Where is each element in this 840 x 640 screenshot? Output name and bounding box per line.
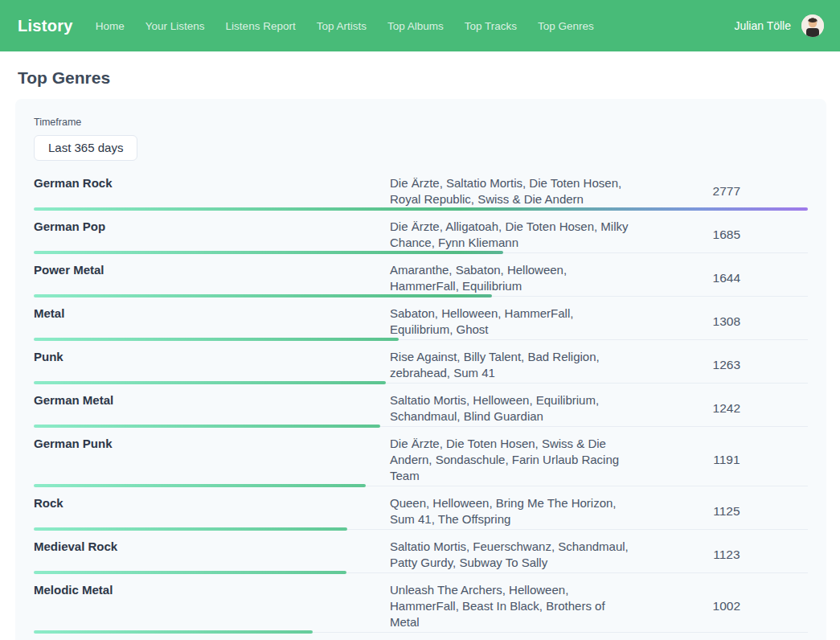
- genre-bar-fill: [34, 527, 347, 531]
- app-logo[interactable]: Listory: [18, 17, 73, 35]
- genre-bar-fill: [34, 338, 399, 341]
- genre-count: 1002: [645, 599, 808, 613]
- genre-name: Power Metal: [34, 262, 390, 278]
- top-genres-card: Timeframe Last 365 days German Rock Die …: [15, 99, 826, 640]
- genre-artists: Die Ärzte, Die Toten Hosen, Swiss & Die …: [390, 436, 645, 484]
- genre-name: Metal: [34, 306, 390, 322]
- main-nav: HomeYour ListensListens ReportTop Artist…: [96, 20, 712, 32]
- genre-row: Medieval Rock Saltatio Mortis, Feuerschw…: [34, 531, 808, 574]
- genre-name: German Pop: [34, 219, 390, 235]
- genre-bar: [34, 381, 808, 384]
- genre-artists: Die Ärzte, Alligatoah, Die Toten Hosen, …: [390, 219, 645, 251]
- genre-row: Metal Sabaton, Helloween, HammerFall, Eq…: [34, 297, 808, 341]
- nav-item-top-albums[interactable]: Top Albums: [387, 20, 444, 32]
- genre-bar: [34, 527, 808, 531]
- genre-count: 2777: [645, 184, 808, 199]
- genre-artists: Queen, Helloween, Bring Me The Horizon, …: [390, 495, 645, 527]
- genre-count: 1308: [645, 314, 808, 329]
- genre-bar-fill: [34, 381, 386, 384]
- genre-name: Punk: [34, 349, 390, 365]
- genre-name: German Metal: [34, 392, 390, 408]
- genre-bar: [34, 630, 808, 634]
- genre-artists: Die Ärzte, Saltatio Mortis, Die Toten Ho…: [390, 175, 645, 207]
- nav-item-top-tracks[interactable]: Top Tracks: [465, 20, 517, 32]
- genre-name: German Punk: [34, 436, 390, 452]
- user-name: Julian Tölle: [734, 19, 791, 32]
- genre-name: German Rock: [34, 175, 390, 191]
- genre-count: 1123: [645, 548, 808, 562]
- app-header: Listory HomeYour ListensListens ReportTo…: [0, 0, 840, 51]
- genre-count: 1685: [645, 228, 808, 242]
- main-content: Top Genres Timeframe Last 365 days Germa…: [0, 68, 840, 640]
- genre-count: 1125: [645, 504, 808, 519]
- nav-item-your-listens[interactable]: Your Listens: [145, 20, 205, 32]
- genre-artists: Rise Against, Billy Talent, Bad Religion…: [390, 349, 645, 381]
- genre-row: German Pop Die Ärzte, Alligatoah, Die To…: [34, 211, 808, 254]
- genre-count: 1644: [645, 271, 808, 285]
- page-title: Top Genres: [18, 68, 840, 88]
- genre-bar-fill: [34, 207, 808, 211]
- genre-bar-fill: [34, 571, 346, 574]
- genre-artists: Saltatio Mortis, Helloween, Equilibrium,…: [390, 392, 645, 425]
- genre-name: Rock: [34, 495, 390, 511]
- user-box[interactable]: Julian Tölle: [734, 14, 824, 37]
- genre-name: Melodic Metal: [34, 582, 390, 598]
- genre-row: German Rock Die Ärzte, Saltatio Mortis, …: [34, 167, 808, 211]
- genre-row: Punk Rise Against, Billy Talent, Bad Rel…: [34, 341, 808, 384]
- genre-bar: [34, 425, 808, 428]
- genre-bar-fill: [34, 630, 313, 634]
- genre-artists: Sabaton, Helloween, HammerFall, Equilibr…: [390, 306, 645, 338]
- genre-bar: [34, 484, 808, 487]
- genre-count: 1191: [645, 453, 808, 467]
- user-avatar-icon[interactable]: [801, 14, 824, 37]
- genre-row: German Indie Bukahara, Käptn Peng, KYTES…: [34, 634, 808, 640]
- nav-item-home[interactable]: Home: [96, 20, 125, 32]
- genre-artists: Unleash The Archers, Helloween, HammerFa…: [390, 582, 645, 630]
- genre-count: 1263: [645, 358, 808, 372]
- genre-name: Medieval Rock: [34, 539, 390, 555]
- genre-bar-fill: [34, 425, 380, 428]
- genre-bar: [34, 338, 808, 341]
- genre-bar: [34, 294, 808, 297]
- nav-item-top-artists[interactable]: Top Artists: [317, 20, 367, 32]
- genre-bar-fill: [34, 251, 503, 254]
- genre-artists: Amaranthe, Sabaton, Helloween, HammerFal…: [390, 262, 645, 294]
- genre-bar: [34, 251, 808, 254]
- timeframe-select[interactable]: Last 365 days: [34, 135, 137, 161]
- genre-row: German Punk Die Ärzte, Die Toten Hosen, …: [34, 428, 808, 487]
- timeframe-label: Timeframe: [34, 116, 808, 129]
- genre-bar: [34, 207, 808, 211]
- genre-artists: Saltatio Mortis, Feuerschwanz, Schandmau…: [390, 539, 645, 571]
- genre-bar: [34, 571, 808, 574]
- genre-row: German Metal Saltatio Mortis, Helloween,…: [34, 384, 808, 428]
- genre-row: Melodic Metal Unleash The Archers, Hello…: [34, 574, 808, 634]
- genre-row: Rock Queen, Helloween, Bring Me The Hori…: [34, 487, 808, 531]
- genre-bar-fill: [34, 294, 492, 297]
- genre-table: German Rock Die Ärzte, Saltatio Mortis, …: [34, 167, 808, 640]
- genre-bar-fill: [34, 484, 366, 487]
- nav-item-listens-report[interactable]: Listens Report: [226, 20, 296, 32]
- nav-item-top-genres[interactable]: Top Genres: [538, 20, 594, 32]
- genre-row: Power Metal Amaranthe, Sabaton, Hellowee…: [34, 254, 808, 297]
- genre-count: 1242: [645, 401, 808, 416]
